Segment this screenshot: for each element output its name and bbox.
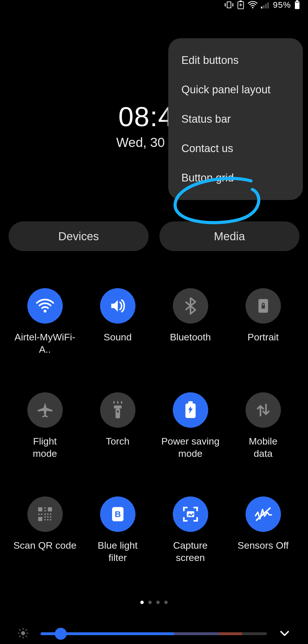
qs-sound[interactable]: Sound <box>81 288 154 355</box>
quick-settings-grid: Airtel-MyWiFi-A.. Sound Bluetooth Portra… <box>9 288 299 564</box>
flashlight-icon <box>100 392 135 428</box>
svg-rect-1 <box>240 1 242 2</box>
svg-rect-5 <box>265 4 267 8</box>
menu-edit-buttons[interactable]: Edit buttons <box>168 46 303 75</box>
qs-mobile-data[interactable]: Mobiledata <box>227 392 299 459</box>
brightness-icon <box>17 627 29 640</box>
lock-rotate-icon <box>246 288 281 324</box>
battery-recycle-icon <box>173 392 208 428</box>
qs-label: Bluetooth <box>170 331 211 343</box>
svg-rect-31 <box>44 519 46 520</box>
qs-scan-qr[interactable]: Scan QR code <box>9 496 81 564</box>
qs-label: Capturescreen <box>173 539 208 564</box>
svg-rect-7 <box>295 1 299 9</box>
qs-label: Flightmode <box>33 435 57 459</box>
airplane-icon <box>27 392 63 428</box>
svg-rect-28 <box>44 516 46 518</box>
volume-icon <box>100 288 135 324</box>
svg-rect-8 <box>296 0 298 1</box>
svg-rect-33 <box>50 519 51 520</box>
brightness-slider[interactable] <box>40 632 267 635</box>
svg-line-43 <box>19 629 21 631</box>
media-button[interactable]: Media <box>159 221 299 251</box>
qs-label: Mobiledata <box>249 435 277 459</box>
bluetooth-icon <box>173 288 208 324</box>
svg-rect-4 <box>263 5 264 8</box>
battery-percent: 95% <box>273 0 291 10</box>
qs-sensors-off[interactable]: Sensors Off <box>227 496 299 564</box>
svg-line-44 <box>26 636 27 637</box>
qs-label: Airtel-MyWiFi-A.. <box>12 331 78 355</box>
svg-rect-9 <box>295 2 299 3</box>
svg-point-15 <box>117 411 119 413</box>
media-label: Media <box>214 230 245 243</box>
svg-line-46 <box>26 629 27 631</box>
qs-label: Sensors Off <box>238 539 289 552</box>
qs-label: Sound <box>104 331 131 343</box>
vibrate-icon <box>224 0 234 9</box>
svg-rect-17 <box>188 401 193 403</box>
page-indicator[interactable] <box>9 601 299 604</box>
svg-rect-19 <box>48 507 52 512</box>
svg-rect-6 <box>267 2 269 8</box>
svg-rect-26 <box>47 514 48 515</box>
qs-label: Blue lightfilter <box>98 539 138 564</box>
wifi-icon <box>27 288 63 324</box>
qr-icon <box>27 496 63 532</box>
svg-rect-20 <box>38 517 42 521</box>
svg-rect-21 <box>44 507 46 509</box>
svg-point-38 <box>21 631 25 635</box>
sensors-off-icon <box>246 496 281 532</box>
data-arrows-icon <box>246 392 281 428</box>
menu-status-bar[interactable]: Status bar <box>168 104 303 134</box>
svg-point-2 <box>252 7 253 8</box>
qs-portrait[interactable]: Portrait <box>227 288 299 355</box>
devices-button[interactable]: Devices <box>9 221 149 251</box>
expand-panel-button[interactable] <box>278 627 291 641</box>
capture-icon <box>173 496 208 532</box>
qs-wifi[interactable]: Airtel-MyWiFi-A.. <box>9 288 81 355</box>
svg-rect-25 <box>44 514 46 515</box>
svg-rect-27 <box>50 514 51 515</box>
qs-power-saving[interactable]: Power savingmode <box>154 392 227 459</box>
svg-rect-30 <box>50 516 51 518</box>
svg-line-45 <box>19 636 21 637</box>
svg-rect-13 <box>114 405 121 409</box>
qs-torch[interactable]: Torch <box>81 392 154 459</box>
svg-text:B: B <box>115 509 121 519</box>
qs-label: Scan QR code <box>13 539 76 552</box>
qs-capture-screen[interactable]: Capturescreen <box>154 496 227 564</box>
battery-icon <box>294 0 300 9</box>
status-bar: 95% <box>0 0 308 10</box>
svg-rect-12 <box>262 305 265 309</box>
svg-rect-29 <box>47 516 48 518</box>
settings-context-menu: Edit buttons Quick panel layout Status b… <box>168 38 303 200</box>
devices-label: Devices <box>58 230 99 243</box>
qs-label: Torch <box>106 435 129 447</box>
wifi-icon <box>248 1 258 9</box>
battery-saver-icon <box>237 1 244 9</box>
menu-contact-us[interactable]: Contact us <box>168 134 303 163</box>
qs-blue-light-filter[interactable]: B Blue lightfilter <box>81 496 154 564</box>
qs-flight-mode[interactable]: Flightmode <box>9 392 81 459</box>
svg-rect-14 <box>116 409 120 419</box>
qs-label: Power savingmode <box>161 435 219 459</box>
svg-point-10 <box>43 310 46 312</box>
qs-bluetooth[interactable]: Bluetooth <box>154 288 227 355</box>
svg-rect-32 <box>47 519 48 520</box>
svg-rect-23 <box>38 514 39 515</box>
qs-label: Portrait <box>248 331 279 343</box>
signal-icon <box>261 1 270 9</box>
menu-button-grid[interactable]: Button grid <box>168 163 303 193</box>
svg-rect-3 <box>261 7 262 8</box>
svg-rect-22 <box>44 510 46 512</box>
blf-icon: B <box>100 496 135 532</box>
menu-quick-panel-layout[interactable]: Quick panel layout <box>168 75 303 104</box>
svg-rect-18 <box>38 507 42 512</box>
svg-rect-24 <box>41 514 42 515</box>
